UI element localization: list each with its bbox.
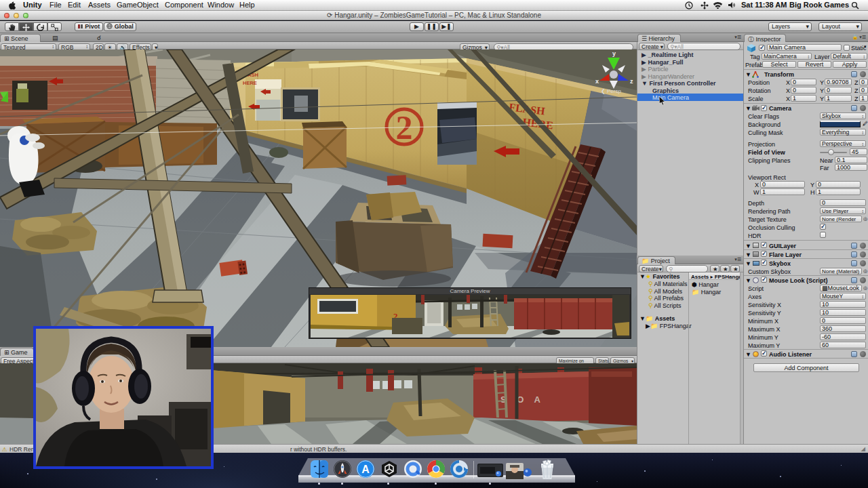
svg-text:A: A xyxy=(361,464,370,475)
svg-text:x: x xyxy=(595,78,599,85)
svg-text:HERE: HERE xyxy=(243,80,257,86)
svg-text:y: y xyxy=(612,50,616,57)
svg-text:z: z xyxy=(630,78,633,85)
svg-text:❮ Persp: ❮ Persp xyxy=(601,88,621,94)
